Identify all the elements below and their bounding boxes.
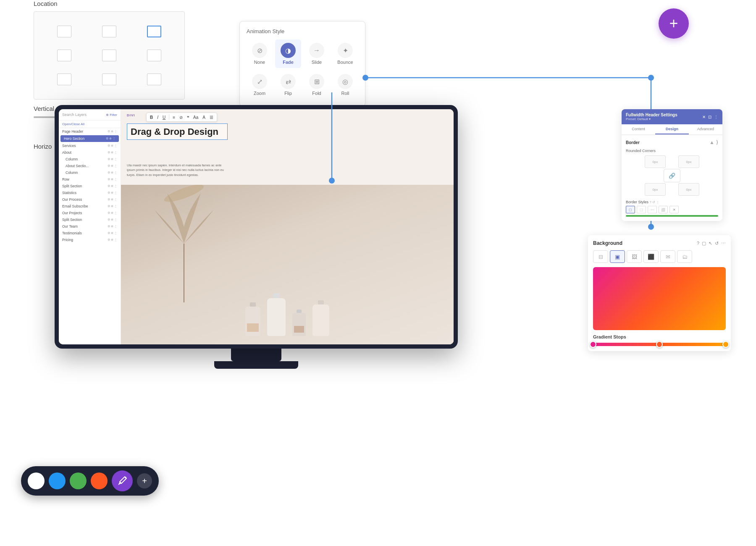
color-green[interactable] [70,472,87,489]
anim-slide[interactable]: → Slide [304,39,330,68]
loc-box-3[interactable] [57,50,71,61]
sidebar-item-about-section[interactable]: About Sectio... ⚙ ⊕ ⋮ [59,163,121,169]
anim-fold[interactable]: ⊞ Fold [304,71,330,99]
corner-link-icon[interactable]: 🔗 [664,169,680,182]
loc-box-6[interactable] [57,74,71,85]
bold-button[interactable]: B [149,115,154,120]
bg-more-icon[interactable]: ⋯ [721,241,726,246]
anim-none[interactable]: ⊘ None [247,39,273,68]
sidebar-item-column-2[interactable]: Column ⚙ ⊕ ⋮ [59,169,121,176]
sidebar-item-our-process[interactable]: Our Process ⚙ ⊕ ⋮ [59,196,121,203]
color-orange[interactable] [91,472,108,489]
sidebar-item-hero-section[interactable]: Hero Section ⚙ ⊕ ⋮ [60,135,119,142]
align-button[interactable]: ≡ [172,115,176,120]
border-collapse-icon[interactable]: ▲ [709,139,714,145]
sidebar-search-input[interactable]: Search Layers [62,113,104,117]
loc-cell-4[interactable] [87,43,131,67]
loc-cell-2[interactable] [132,19,177,43]
loc-box-8[interactable] [147,74,161,85]
anim-fade-label: Fade [283,60,294,65]
loc-cell-0[interactable] [42,19,87,43]
slash-button[interactable]: ⊘ [178,115,184,120]
corner-tr[interactable]: 0px [678,155,699,168]
bg-type-gradient[interactable]: ▣ [610,250,625,263]
divi-badge: DIVI [127,113,135,117]
sidebar-item-row[interactable]: Row ⚙ ⊕ ⋮ [59,176,121,183]
anim-flip[interactable]: ⇄ Flip [275,71,301,99]
sidebar-item-statistics[interactable]: Statistics ⚙ ⊕ ⋮ [59,189,121,196]
settings-tab-advanced[interactable]: Advanced [689,124,722,134]
anim-zoom[interactable]: ⤢ Zoom [247,71,273,99]
anim-fade[interactable]: ◑ Fade [275,39,301,68]
loc-box-7[interactable] [102,74,116,85]
sidebar-filter-button[interactable]: ⊕ Filter [106,113,117,117]
corner-bl[interactable]: 0px [645,183,666,196]
sidebar-item-pricing[interactable]: Pricing ⚙ ⊕ ⋮ [59,236,121,243]
add-color-button[interactable]: + [137,473,152,488]
gradient-stop-1[interactable] [590,341,596,348]
loc-cell-8[interactable] [132,68,177,92]
bg-device-icon[interactable]: ▢ [702,241,706,246]
sidebar-item-our-projects[interactable]: Our Projects ⚙ ⊕ ⋮ [59,210,121,216]
bg-type-video[interactable]: ⬛ [643,250,659,263]
loc-box-2-active[interactable] [147,26,161,37]
loc-box-4[interactable] [102,50,116,61]
settings-tab-content[interactable]: Content [622,124,655,134]
sidebar-item-column-1[interactable]: Column ⚙ ⊕ ⋮ [59,156,121,163]
border-solid-icon[interactable]: ▢ [626,206,635,213]
settings-expand-icon[interactable]: ⊡ [708,115,711,119]
bg-reset-icon[interactable]: ↺ [715,241,719,246]
loc-cell-3[interactable] [42,43,87,67]
sidebar-item-email-subscribe[interactable]: Email Subscribe ⚙ ⊕ ⋮ [59,203,121,210]
sidebar-item-testimonials[interactable]: Testimonials ⚙ ⊕ ⋮ [59,230,121,236]
settings-tab-design[interactable]: Design [655,124,689,134]
eyedropper-button[interactable] [112,470,133,491]
gradient-stop-2[interactable] [656,341,663,348]
settings-more-icon[interactable]: ⋮ [714,115,718,119]
list-button[interactable]: ☰ [209,115,214,120]
svg-point-7 [648,224,654,230]
loc-box-0[interactable] [57,26,71,37]
sidebar-item-services[interactable]: Services ⚙ ⊕ ⋮ [59,142,121,149]
bg-type-email[interactable]: ✉ [660,250,675,263]
loc-box-1[interactable] [102,26,116,37]
corner-tl[interactable]: 0px [645,155,666,168]
color-blue[interactable] [49,472,66,489]
add-button[interactable]: + [659,8,689,39]
border-dashed-icon[interactable]: ⬚ [637,206,646,213]
sidebar-item-split-section-1[interactable]: Split Section ⚙ ⊕ ⋮ [59,183,121,189]
loc-cell-5[interactable] [132,43,177,67]
loc-cell-1[interactable] [87,19,131,43]
loc-cell-7[interactable] [87,68,131,92]
underline-button[interactable]: U [162,115,166,120]
border-double-icon[interactable]: ⬜ [659,206,668,213]
loc-cell-6[interactable] [42,68,87,92]
bg-type-image[interactable]: 🖼 [627,250,642,263]
bg-type-pattern[interactable]: ⊟ [593,250,608,263]
sidebar-item-our-team[interactable]: Our Team ⚙ ⊕ ⋮ [59,223,121,230]
sidebar-item-page-header[interactable]: Page Header ⚙ ⊕ ⋮ [59,128,121,135]
border-dotted-icon[interactable]: ⋯ [648,206,657,213]
settings-close-icon[interactable]: ✕ [702,115,706,119]
anim-roll[interactable]: ◎ Roll [332,71,358,99]
border-expand-icon[interactable]: ⟩ [716,139,718,145]
bg-help-icon[interactable]: ? [697,241,699,246]
color-white[interactable] [28,472,45,489]
gradient-slider[interactable] [593,343,726,346]
color-picker-toolbar: + [21,466,159,496]
anim-bounce[interactable]: ✦ Bounce [332,39,358,68]
corner-br[interactable]: 0px [678,183,699,196]
loc-box-5[interactable] [147,50,161,61]
bg-cursor-icon[interactable]: ↖ [709,241,712,246]
sidebar-item-about[interactable]: About ⚙ ⊕ ⋮ [59,149,121,156]
bg-type-layers[interactable]: 🗂 [677,250,692,263]
quote-button[interactable]: ❝ [186,115,190,120]
sidebar-item-split-section-2[interactable]: Split Section ⚙ ⊕ ⋮ [59,216,121,223]
border-none-icon[interactable]: ✕ [669,206,679,213]
gradient-stop-3[interactable] [722,341,729,348]
hero-text-box[interactable]: Drag & Drop Design [127,123,228,140]
color-button[interactable]: A [202,115,206,120]
font-button[interactable]: Aa [192,115,199,120]
italic-button[interactable]: I [156,115,159,120]
sidebar-open-close-all[interactable]: Open/Close All [59,121,121,128]
